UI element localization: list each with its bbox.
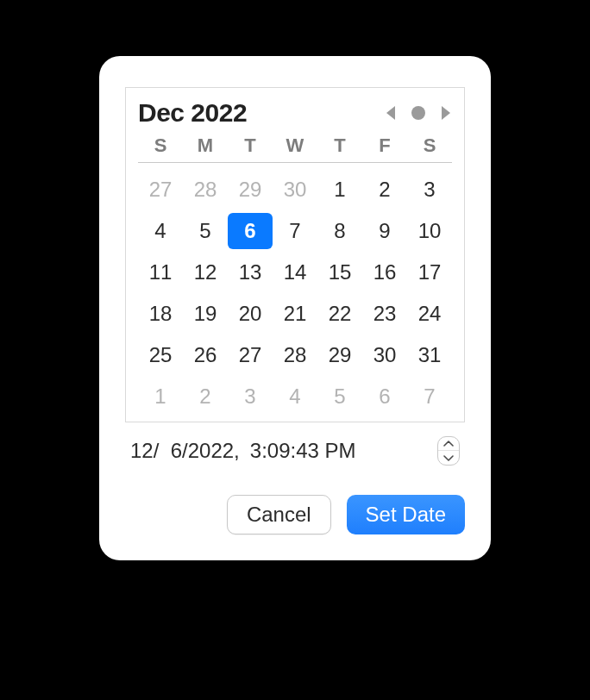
calendar-day[interactable]: 28 bbox=[183, 172, 228, 208]
prev-month-button[interactable] bbox=[385, 104, 399, 122]
time-field[interactable]: 3:09:43 PM bbox=[250, 439, 356, 463]
calendar-day[interactable]: 5 bbox=[183, 213, 228, 249]
button-row: Cancel Set Date bbox=[125, 495, 465, 534]
calendar-day[interactable]: 5 bbox=[317, 378, 362, 415]
calendar-day[interactable]: 4 bbox=[273, 378, 317, 415]
weekday-header-row: S M T W T F S bbox=[138, 134, 452, 163]
calendar-day[interactable]: 6 bbox=[362, 378, 407, 415]
stepper-up-button[interactable] bbox=[438, 437, 459, 451]
date-field[interactable]: 12/ 6/2022, bbox=[130, 439, 240, 463]
calendar-day[interactable]: 18 bbox=[138, 296, 183, 332]
calendar-header: Dec 2022 bbox=[138, 98, 452, 128]
circle-icon bbox=[411, 105, 426, 121]
calendar-day[interactable]: 6 bbox=[228, 213, 273, 249]
calendar-day[interactable]: 9 bbox=[362, 213, 407, 249]
weekday-header: T bbox=[228, 134, 273, 157]
calendar-day[interactable]: 3 bbox=[228, 378, 273, 415]
date-picker-modal: Dec 2022 S M T W T F S 2728293012345 bbox=[99, 56, 491, 560]
calendar-day[interactable]: 1 bbox=[317, 172, 362, 208]
month-nav-group bbox=[385, 104, 452, 122]
calendar-day[interactable]: 1 bbox=[138, 378, 183, 415]
next-month-button[interactable] bbox=[438, 104, 452, 122]
calendar-day[interactable]: 24 bbox=[407, 296, 452, 332]
calendar-day[interactable]: 2 bbox=[362, 172, 407, 208]
datetime-row: 12/ 6/2022, 3:09:43 PM bbox=[125, 436, 465, 466]
set-date-button[interactable]: Set Date bbox=[347, 495, 465, 534]
calendar-day[interactable]: 31 bbox=[407, 337, 452, 373]
weekday-header: T bbox=[317, 134, 362, 157]
calendar-day[interactable]: 15 bbox=[317, 254, 362, 291]
calendar-day[interactable]: 17 bbox=[407, 254, 452, 291]
svg-point-0 bbox=[411, 106, 425, 120]
triangle-left-icon bbox=[385, 104, 399, 122]
weekday-header: S bbox=[138, 134, 183, 157]
calendar-day[interactable]: 14 bbox=[273, 254, 317, 291]
calendar-day[interactable]: 16 bbox=[362, 254, 407, 291]
calendar-day[interactable]: 21 bbox=[273, 296, 317, 332]
calendar-grid: 2728293012345678910111213141516171819202… bbox=[138, 163, 452, 415]
calendar-day[interactable]: 26 bbox=[183, 337, 228, 373]
calendar-day[interactable]: 11 bbox=[138, 254, 183, 291]
calendar-day[interactable]: 28 bbox=[273, 337, 317, 373]
weekday-header: S bbox=[407, 134, 452, 157]
triangle-right-icon bbox=[438, 104, 452, 122]
calendar-day[interactable]: 19 bbox=[183, 296, 228, 332]
weekday-header: M bbox=[183, 134, 228, 157]
cancel-button[interactable]: Cancel bbox=[227, 495, 331, 534]
calendar-day[interactable]: 2 bbox=[183, 378, 228, 415]
chevron-up-icon bbox=[443, 441, 454, 447]
weekday-header: W bbox=[273, 134, 317, 157]
calendar-day[interactable]: 29 bbox=[228, 172, 273, 208]
weekday-header: F bbox=[362, 134, 407, 157]
time-stepper bbox=[437, 436, 460, 466]
calendar-day[interactable]: 8 bbox=[317, 213, 362, 249]
calendar-day[interactable]: 4 bbox=[138, 213, 183, 249]
calendar-panel: Dec 2022 S M T W T F S 2728293012345 bbox=[125, 87, 465, 422]
calendar-day[interactable]: 27 bbox=[138, 172, 183, 208]
today-button[interactable] bbox=[411, 105, 426, 121]
calendar-day[interactable]: 29 bbox=[317, 337, 362, 373]
calendar-day[interactable]: 20 bbox=[228, 296, 273, 332]
calendar-day[interactable]: 30 bbox=[362, 337, 407, 373]
calendar-day[interactable]: 3 bbox=[407, 172, 452, 208]
calendar-day[interactable]: 13 bbox=[228, 254, 273, 291]
calendar-day[interactable]: 7 bbox=[273, 213, 317, 249]
calendar-day[interactable]: 10 bbox=[407, 213, 452, 249]
stepper-down-button[interactable] bbox=[438, 451, 459, 465]
calendar-day[interactable]: 12 bbox=[183, 254, 228, 291]
calendar-day[interactable]: 30 bbox=[273, 172, 317, 208]
calendar-day[interactable]: 25 bbox=[138, 337, 183, 373]
calendar-day[interactable]: 27 bbox=[228, 337, 273, 373]
chevron-down-icon bbox=[443, 454, 454, 461]
month-year-label: Dec 2022 bbox=[138, 98, 247, 128]
calendar-day[interactable]: 7 bbox=[407, 378, 452, 415]
calendar-day[interactable]: 22 bbox=[317, 296, 362, 332]
calendar-day[interactable]: 23 bbox=[362, 296, 407, 332]
